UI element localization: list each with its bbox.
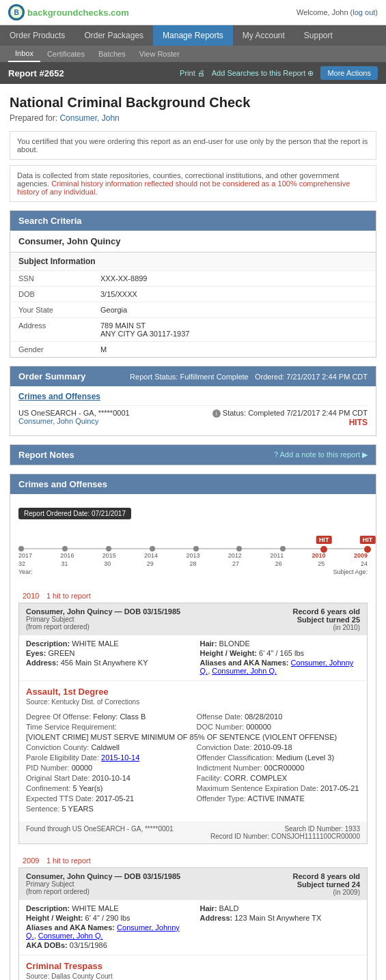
search-name: US OneSEARCH - GA, *****0001 <box>18 409 130 417</box>
order-summary-header: Order Summary Report Status: Fulfillment… <box>10 366 376 386</box>
record-description-2010: Description: WHITE MALE Eyes: GREEN Addr… <box>19 635 367 681</box>
crimes-offenses-section: Crimes and Offenses Report Ordered Date:… <box>10 474 376 980</box>
more-actions-button[interactable]: More Actions <box>320 66 378 80</box>
subnav-inbox[interactable]: Inbox <box>8 46 40 62</box>
record-subject-type-2009: Primary Subject <box>26 880 180 888</box>
logo-icon: B <box>8 4 25 20</box>
nav-order-packages[interactable]: Order Packages <box>74 25 153 46</box>
crime-source-2009: Source: Dallas County Court <box>26 972 360 980</box>
report-notes-section: Report Notes ? Add a note to this report… <box>10 444 376 465</box>
year-heading-2009: 2009 1 hit to report <box>18 854 368 866</box>
record-age-2009: Record 8 years old Subject turned 24 (in… <box>293 872 360 896</box>
prepared-for: Prepared for: Consumer, John <box>10 113 376 123</box>
report-notes-header: Report Notes ? Add a note to this report… <box>10 445 376 465</box>
record-name-2009: Consumer, John Quincy — DOB 03/15/1985 <box>26 872 180 880</box>
page-title: National Criminal Background Check <box>10 95 376 111</box>
subnav-certificates[interactable]: Certificates <box>40 46 92 61</box>
record-card-header-2010: Consumer, John Quincy — DOB 03/15/1985 P… <box>19 603 367 635</box>
logo-text: backgroundchecks.com <box>27 8 129 18</box>
crime-title-2009: Criminal Trespass <box>26 961 360 971</box>
logout-link[interactable]: log out <box>353 8 375 16</box>
main-navigation: Order Products Order Packages Manage Rep… <box>0 25 386 46</box>
search-criteria-section: Search Criteria Consumer, John Quincy Su… <box>10 210 376 358</box>
year-section-2010: 2010 1 hit to report Consumer, John Quin… <box>18 589 368 844</box>
record-card-2009: Consumer, John Quincy — DOB 03/15/1985 P… <box>18 867 368 980</box>
crimes-offenses-body: Report Ordered Date: 07/21/2017 <box>10 494 376 980</box>
record-card-header-2009: Consumer, John Quincy — DOB 03/15/1985 P… <box>19 868 367 900</box>
add-icon: ⊕ <box>307 69 314 77</box>
alias-link-4[interactable]: Consumer, John Q. <box>38 932 103 940</box>
nav-my-account[interactable]: My Account <box>233 25 294 46</box>
crime-title-2010: Assault, 1st Degree <box>26 687 360 697</box>
subnav-view-roster[interactable]: View Roster <box>133 46 187 61</box>
add-searches-link[interactable]: Add Searches to this Report ⊕ <box>212 69 314 78</box>
subnav-batches[interactable]: Batches <box>92 46 133 61</box>
search-criteria-header: Search Criteria <box>10 211 376 231</box>
crimes-offenses-header: Crimes and Offenses <box>10 474 376 494</box>
parole-date-link[interactable]: 2015-10-14 <box>101 753 139 762</box>
criteria-address: Address 789 MAIN STANY CITY GA 30117-193… <box>10 318 376 342</box>
report-header-bar: Report #2652 Print 🖨 Add Searches to thi… <box>0 62 386 84</box>
search-status: i Status: Completed 7/21/2017 2:44 PM CD… <box>212 409 368 418</box>
record-description-2009: Description: WHITE MALE Height / Weight:… <box>19 900 367 955</box>
order-summary-body: Crimes and Offenses US OneSEARCH - GA, *… <box>10 386 376 435</box>
report-number: Report #2652 <box>8 68 64 78</box>
svg-text:B: B <box>14 9 18 16</box>
nav-support[interactable]: Support <box>294 25 342 46</box>
found-through-2010: Found through US OneSEARCH - GA, *****00… <box>19 822 367 844</box>
crime-details-2010: Degree Of Offense: Felony: Class B Offen… <box>19 710 367 818</box>
year-heading-2010: 2010 1 hit to report <box>18 589 368 601</box>
criteria-dob: DOB 3/15/XXXX <box>10 287 376 302</box>
crime-source-2010: Source: Kentucky Dist. of Corrections <box>26 698 360 706</box>
search-subject-link[interactable]: Consumer, John Quincy <box>18 417 98 425</box>
year-section-2009: 2009 1 hit to report Consumer, John Quin… <box>18 854 368 980</box>
subject-full-name: Consumer, John Quincy <box>10 231 376 253</box>
question-icon: ? <box>274 450 278 459</box>
nav-manage-reports[interactable]: Manage Reports <box>153 25 233 46</box>
nav-order-products[interactable]: Order Products <box>0 25 74 46</box>
record-subject-type-2010: Primary Subject <box>26 616 180 623</box>
subject-name-link[interactable]: Consumer, John <box>59 113 119 123</box>
sub-navigation: Inbox Certificates Batches View Roster <box>0 46 386 62</box>
hits-badge: HITS <box>212 418 368 427</box>
criteria-gender: Gender M <box>10 342 376 357</box>
timeline: Report Ordered Date: 07/21/2017 <box>18 508 368 575</box>
crimes-offenses-link[interactable]: Crimes and Offenses <box>18 392 368 401</box>
order-summary-section: Order Summary Report Status: Fulfillment… <box>10 366 376 436</box>
record-age-2010: Record 6 years old Subject turned 25 (in… <box>293 607 360 631</box>
timeline-tooltip: Report Ordered Date: 07/21/2017 <box>18 508 131 519</box>
criteria-ssn: SSN XXX-XX-8899 <box>10 271 376 287</box>
criteria-state: Your State Georgia <box>10 302 376 318</box>
welcome-text: Welcome, John (log out) <box>297 8 378 16</box>
alias-link-2[interactable]: Consumer, John Q. <box>212 667 277 675</box>
notice-1: You certified that you were ordering thi… <box>10 131 376 160</box>
logo: B backgroundchecks.com <box>8 4 129 20</box>
add-note-link[interactable]: ? Add a note to this report ▶ <box>274 450 368 459</box>
search-item: US OneSEARCH - GA, *****0001 Consumer, J… <box>18 405 368 430</box>
subject-info-header: Subject Information <box>10 253 376 271</box>
print-icon: 🖨 <box>197 69 205 77</box>
record-card-2010: Consumer, John Quincy — DOB 03/15/1985 P… <box>18 603 368 844</box>
record-name-2010: Consumer, John Quincy — DOB 03/15/1985 <box>26 607 180 616</box>
print-link[interactable]: Print 🖨 <box>180 69 205 77</box>
info-icon: i <box>212 409 221 418</box>
notice-2: Data is collected from state repositorie… <box>10 165 376 202</box>
